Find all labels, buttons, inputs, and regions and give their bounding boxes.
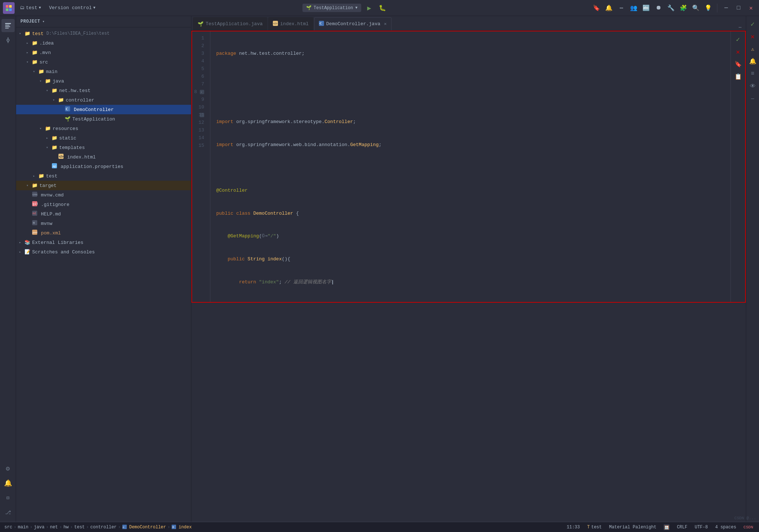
main-layout: ⚙ 🔔 ⊟ ⎇ Project ▾ ▾ 📁 test D:\Files\IDEA… <box>0 16 759 522</box>
tree-item-root[interactable]: ▾ 📁 test D:\Files\IDEA_Files\test <box>16 29 191 38</box>
far-right-panel: ✓ ✕ ⚠ 🔔 ≡ 👁 — <box>746 16 759 522</box>
tree-item-static[interactable]: ▸ 📁 static <box>16 133 191 143</box>
tools-icon[interactable]: 🔧 <box>666 3 676 13</box>
folder-icon-java: 📁 <box>45 78 51 84</box>
error-icon[interactable]: ✕ <box>733 47 743 57</box>
tree-item-scratches[interactable]: ▸ 📝 Scratches and Consoles <box>16 247 191 257</box>
people-icon[interactable]: 👥 <box>629 3 639 13</box>
tab-testapplication[interactable]: 🌱 TestApplication.java <box>193 17 267 30</box>
search-icon[interactable]: 🔍 <box>691 3 701 13</box>
tree-item-pomxml[interactable]: pom pom.xml <box>16 228 191 238</box>
tree-item-app-props[interactable]: ap application.properties <box>16 162 191 171</box>
notifications-icon[interactable]: 🔔 <box>604 3 614 13</box>
breadcrumb-icon[interactable]: 📋 <box>733 72 743 82</box>
tree-item-main[interactable]: ▾ 📁 main <box>16 67 191 76</box>
tree-arrow-nethwtest: ▾ <box>46 88 51 93</box>
svg-rect-33 <box>200 113 204 117</box>
toolbar-right: 🔖 🔔 ⋯ 👥 🔤 ⏺ 🔧 🧩 🔍 💡 ─ □ ✕ <box>591 3 756 13</box>
tree-item-src[interactable]: ▾ 📁 src <box>16 57 191 67</box>
activity-project-icon[interactable] <box>1 19 15 32</box>
minimize-button[interactable]: ─ <box>721 3 731 13</box>
hints-icon[interactable]: 💡 <box>703 3 713 13</box>
status-time[interactable]: 11:33 <box>565 525 581 530</box>
sidebar-content[interactable]: ▾ 📁 test D:\Files\IDEA_Files\test ▸ 📁 .i… <box>16 27 191 522</box>
status-encoding[interactable]: UTF-8 <box>693 525 709 530</box>
tree-arrow-main: ▾ <box>33 69 38 74</box>
vcs-menu[interactable]: Version control ▼ <box>46 4 98 12</box>
code-editor: 1 2 3 4 5 6 7 8 ⚡ 9 10 11 12 13 14 15 pa… <box>191 31 746 303</box>
svg-text:⚙: ⚙ <box>172 526 174 529</box>
tab-indexhtml[interactable]: </> index.html <box>268 17 313 30</box>
run-button[interactable]: ▶ <box>364 3 374 13</box>
folder-icon-src: 📁 <box>31 59 38 65</box>
tree-item-java[interactable]: ▾ 📁 java <box>16 76 191 86</box>
run-config-dropdown: ▼ <box>355 6 358 10</box>
far-right-eye[interactable]: 👁 <box>748 81 758 91</box>
maximize-button[interactable]: □ <box>733 3 744 13</box>
top-toolbar: 🗂 test ▼ Version control ▼ 🌱 TestApplica… <box>0 0 759 16</box>
tab-democontroller[interactable]: C DemoController.java ✕ <box>314 17 391 30</box>
svg-text:🪟: 🪟 <box>664 525 669 530</box>
code-content[interactable]: package net.hw.test.controller; import o… <box>210 31 731 302</box>
folder-icon-mvn: 📁 <box>31 50 38 56</box>
tree-arrow-root: ▾ <box>19 31 24 36</box>
activity-notifications-icon[interactable]: 🔔 <box>1 476 15 490</box>
activity-commit-icon[interactable] <box>1 34 15 47</box>
tree-item-resources[interactable]: ▾ 📁 resources <box>16 124 191 133</box>
close-button[interactable]: ✕ <box>746 3 756 13</box>
tree-item-templates[interactable]: ▾ 📁 templates <box>16 143 191 152</box>
tree-item-mvn[interactable]: ▸ 📁 .mvn <box>16 48 191 57</box>
tree-item-helpmd[interactable]: md HELP.md <box>16 209 191 219</box>
tab-more-button[interactable]: ⋯ <box>736 24 744 30</box>
tree-item-gitignore[interactable]: git .gitignore <box>16 200 191 209</box>
run-configuration[interactable]: 🌱 TestApplication ▼ <box>302 4 361 12</box>
translate-icon[interactable]: 🔤 <box>641 3 651 13</box>
tab-close-democontroller[interactable]: ✕ <box>384 21 386 27</box>
tree-item-index-html[interactable]: </> index.html <box>16 152 191 162</box>
code-line-9: @GetMapping(©⊸"/") <box>216 232 725 240</box>
folder-icon-templates: 📁 <box>51 145 58 150</box>
bookmarks-icon[interactable]: 🔖 <box>591 3 602 13</box>
record-icon[interactable]: ⏺ <box>653 3 664 13</box>
folder-icon-controller: 📁 <box>58 97 64 103</box>
status-right: 11:33 T test Material Palenight 🪟 CRLF U… <box>565 524 755 530</box>
project-menu[interactable]: 🗂 test ▼ <box>17 4 44 12</box>
status-indent[interactable]: 4 spaces <box>714 525 738 530</box>
checkmark-icon[interactable]: ✓ <box>733 34 743 45</box>
plugins-icon[interactable]: 🧩 <box>678 3 689 13</box>
far-right-scroll[interactable]: — <box>748 93 758 104</box>
activity-terminal-icon[interactable]: ⊟ <box>1 491 15 504</box>
code-line-1: package net.hw.test.controller; <box>216 50 725 57</box>
tree-item-controller[interactable]: ▾ 📁 controller <box>16 95 191 105</box>
far-right-list[interactable]: ≡ <box>748 69 758 79</box>
far-right-checkmark[interactable]: ✓ <box>748 19 758 29</box>
status-line-ending[interactable]: CRLF <box>675 525 689 530</box>
tree-item-ext-libs[interactable]: ▸ 📚 External Libraries <box>16 238 191 247</box>
editor-area: 🌱 TestApplication.java </> index.html C <box>191 16 746 522</box>
tree-item-democontroller[interactable]: C DemoController <box>16 105 191 114</box>
more-icon[interactable]: ⋯ <box>616 3 626 13</box>
debug-button[interactable]: 🐛 <box>377 3 388 13</box>
bookmark-icon[interactable]: 🔖 <box>733 59 743 69</box>
activity-git-icon[interactable]: ⎇ <box>1 506 15 519</box>
far-right-warning[interactable]: ⚠ <box>748 44 758 54</box>
tree-item-target[interactable]: ▾ 📁 target <box>16 181 191 190</box>
tree-item-test-src[interactable]: ▸ 📁 test <box>16 171 191 181</box>
code-line-4: import org.springframework.stereotype.Co… <box>216 118 725 126</box>
far-right-error[interactable]: ✕ <box>748 31 758 42</box>
activity-settings-icon[interactable]: ⚙ <box>1 462 15 475</box>
line-num-6: 6 <box>192 73 207 80</box>
status-branch[interactable]: T test <box>586 525 603 530</box>
tree-item-testapplication[interactable]: 🌱 TestApplication <box>16 114 191 124</box>
tree-item-idea[interactable]: ▸ 📁 .idea <box>16 38 191 48</box>
far-right-bell[interactable]: 🔔 <box>748 56 758 66</box>
tree-item-net-hw-test[interactable]: ▾ 📁 net.hw.test <box>16 86 191 95</box>
folder-icon-nethwtest: 📁 <box>51 88 58 93</box>
spring-icon-ta: 🌱 <box>64 116 71 122</box>
status-os-icon[interactable]: 🪟 <box>662 524 671 530</box>
sidebar: Project ▾ ▾ 📁 test D:\Files\IDEA_Files\t… <box>16 16 191 522</box>
tree-item-mvnwcmd[interactable]: cmd mvnw.cmd <box>16 190 191 200</box>
status-theme[interactable]: Material Palenight <box>608 525 658 530</box>
tree-item-mvnw[interactable]: m mvnw <box>16 219 191 228</box>
code-line-12: } <box>216 301 725 302</box>
